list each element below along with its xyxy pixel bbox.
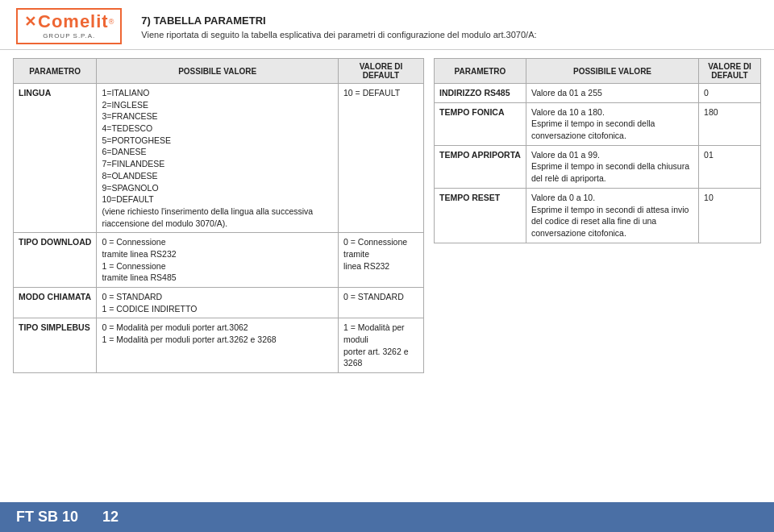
- logo-star: ®: [109, 18, 114, 26]
- page-footer: FT SB 10 12: [0, 502, 774, 532]
- right-param-default: 01: [699, 145, 761, 188]
- left-params-section: PARAMETRO POSSIBILE VALORE VALORE DI DEF…: [13, 58, 424, 373]
- header-text: 7) TABELLA PARAMETRI Viene riportata di …: [141, 13, 536, 40]
- right-param-values: Valore da 01 a 99. Esprime il tempo in s…: [526, 145, 698, 188]
- right-param-values: Valore da 0 a 10. Esprime il tempo in se…: [526, 188, 698, 243]
- logo-group: GROUP S.P.A.: [43, 32, 95, 39]
- left-table-row: TIPO SIMPLEBUS0 = Modalità per moduli po…: [14, 318, 424, 373]
- right-table-row: TEMPO APRIPORTAValore da 01 a 99. Esprim…: [435, 145, 761, 188]
- right-param-name: TEMPO APRIPORTA: [435, 145, 526, 188]
- left-param-name: TIPO DOWNLOAD: [14, 233, 97, 288]
- left-param-default: 10 = DEFAULT: [339, 84, 424, 233]
- logo-text: Comelit: [38, 13, 109, 31]
- right-table-row: INDIRIZZO RS485Valore da 01 a 2550: [435, 84, 761, 103]
- left-params-table: PARAMETRO POSSIBILE VALORE VALORE DI DEF…: [13, 58, 424, 373]
- left-param-name: TIPO SIMPLEBUS: [14, 318, 97, 373]
- right-param-default: 180: [699, 102, 761, 145]
- left-param-name: LINGUA: [14, 84, 97, 233]
- footer-model: FT SB 10: [16, 509, 78, 526]
- left-param-values: 0 = Connessione tramite linea RS232 1 = …: [97, 233, 339, 288]
- page-header: ✕ Comelit ® GROUP S.P.A. 7) TABELLA PARA…: [0, 0, 774, 50]
- right-param-name: INDIRIZZO RS485: [435, 84, 526, 103]
- right-param-name: TEMPO FONICA: [435, 102, 526, 145]
- right-col-param: PARAMETRO: [435, 59, 526, 84]
- right-col-value: POSSIBILE VALORE: [526, 59, 698, 84]
- left-param-values: 0 = Modalità per moduli porter art.3062 …: [97, 318, 339, 373]
- section-header: 7) TABELLA PARAMETRI: [141, 13, 536, 29]
- logo-box: ✕ Comelit ® GROUP S.P.A.: [16, 8, 122, 44]
- right-table-row: TEMPO RESETValore da 0 a 10. Esprime il …: [435, 188, 761, 243]
- left-table-row: LINGUA1=ITALIANO 2=INGLESE 3=FRANCESE 4=…: [14, 84, 424, 233]
- left-table-row: TIPO DOWNLOAD0 = Connessione tramite lin…: [14, 233, 424, 288]
- left-param-name: MODO CHIAMATA: [14, 288, 97, 318]
- logo-area: ✕ Comelit ® GROUP S.P.A.: [16, 8, 122, 44]
- logo-x-icon: ✕: [24, 13, 36, 31]
- right-param-default: 10: [699, 188, 761, 243]
- left-param-values: 1=ITALIANO 2=INGLESE 3=FRANCESE 4=TEDESC…: [97, 84, 339, 233]
- left-col-default: VALORE DI DEFAULT: [339, 59, 424, 84]
- main-content: PARAMETRO POSSIBILE VALORE VALORE DI DEF…: [0, 50, 774, 381]
- left-param-default: 0 = Connessione tramite linea RS232: [339, 233, 424, 288]
- right-param-default: 0: [699, 84, 761, 103]
- left-col-param: PARAMETRO: [14, 59, 97, 84]
- section-title: TABELLA PARAMETRI: [154, 15, 266, 27]
- right-param-values: Valore da 01 a 255: [526, 84, 698, 103]
- left-param-default: 0 = STANDARD: [339, 288, 424, 318]
- right-param-name: TEMPO RESET: [435, 188, 526, 243]
- right-params-section: PARAMETRO POSSIBILE VALORE VALORE DI DEF…: [434, 58, 761, 373]
- left-table-row: MODO CHIAMATA0 = STANDARD 1 = CODICE IND…: [14, 288, 424, 318]
- left-param-default: 1 = Modalità per moduli porter art. 3262…: [339, 318, 424, 373]
- left-col-value: POSSIBILE VALORE: [97, 59, 339, 84]
- header-description: Viene riportata di seguito la tabella es…: [141, 30, 536, 39]
- right-param-values: Valore da 10 a 180. Esprime il tempo in …: [526, 102, 698, 145]
- right-table-row: TEMPO FONICAValore da 10 a 180. Esprime …: [435, 102, 761, 145]
- left-param-values: 0 = STANDARD 1 = CODICE INDIRETTO: [97, 288, 339, 318]
- footer-page: 12: [102, 509, 119, 526]
- section-number: 7): [141, 15, 151, 27]
- right-params-table: PARAMETRO POSSIBILE VALORE VALORE DI DEF…: [434, 58, 761, 243]
- right-col-default: VALORE DI DEFAULT: [699, 59, 761, 84]
